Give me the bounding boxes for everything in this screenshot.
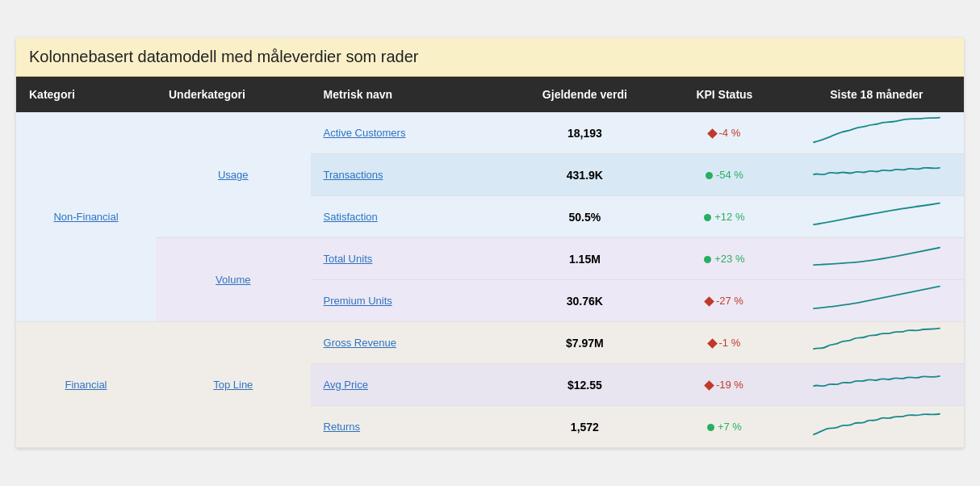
sparkline-chart bbox=[812, 283, 941, 316]
col-header-underkategori: Underkategori bbox=[156, 77, 311, 112]
kpi-cell: +23 % bbox=[660, 238, 789, 280]
kpi-value: -19 % bbox=[716, 379, 743, 391]
sparkline-chart bbox=[812, 157, 941, 190]
sparkline-cell bbox=[789, 112, 964, 154]
data-table: Kategori Underkategori Metrisk navn Gjel… bbox=[16, 77, 964, 448]
metric-link[interactable]: Gross Revenue bbox=[324, 337, 396, 349]
kpi-value: -54 % bbox=[716, 169, 743, 181]
page-title: Kolonnebasert datamodell med måleverdier… bbox=[16, 38, 964, 77]
kpi-cell: -27 % bbox=[660, 280, 789, 322]
sparkline-cell bbox=[789, 238, 964, 280]
sparkline-cell bbox=[789, 154, 964, 196]
sparkline-chart bbox=[812, 115, 941, 148]
metric-link[interactable]: Satisfaction bbox=[324, 211, 378, 223]
metric-cell: Active Customers bbox=[311, 112, 510, 154]
kpi-value: -27 % bbox=[716, 295, 743, 307]
metric-cell: Satisfaction bbox=[311, 196, 510, 238]
subcategory-cell: Top Line bbox=[156, 322, 311, 448]
metric-cell: Avg Price bbox=[311, 364, 510, 406]
kpi-indicator: -4 % bbox=[709, 127, 741, 139]
kpi-value: +7 % bbox=[718, 421, 742, 433]
metric-cell: Returns bbox=[311, 406, 510, 448]
sparkline-chart bbox=[812, 409, 941, 442]
col-header-verdi: Gjeldende verdi bbox=[510, 77, 660, 112]
value-cell: 30.76K bbox=[510, 280, 660, 322]
category-cell: Financial bbox=[16, 322, 156, 448]
kpi-indicator: +23 % bbox=[704, 253, 744, 265]
value-cell: 431.9K bbox=[510, 154, 660, 196]
metric-link[interactable]: Total Units bbox=[324, 253, 373, 265]
metric-link[interactable]: Premium Units bbox=[324, 295, 392, 307]
table-row: Non-FinancialUsageActive Customers18,193… bbox=[16, 112, 964, 154]
kpi-cell: +12 % bbox=[660, 196, 789, 238]
col-header-kategori: Kategori bbox=[16, 77, 156, 112]
kpi-cell: +7 % bbox=[660, 406, 789, 448]
metric-cell: Premium Units bbox=[311, 280, 510, 322]
sparkline-cell bbox=[789, 196, 964, 238]
sparkline-cell bbox=[789, 322, 964, 364]
col-header-kpi: KPI Status bbox=[660, 77, 789, 112]
metric-link[interactable]: Avg Price bbox=[324, 379, 368, 391]
sparkline-chart bbox=[812, 241, 941, 274]
subcategory-cell: Usage bbox=[156, 112, 311, 238]
metric-link[interactable]: Transactions bbox=[324, 169, 383, 181]
value-cell: $7.97M bbox=[510, 322, 660, 364]
subcategory-link[interactable]: Volume bbox=[216, 274, 250, 286]
sparkline-cell bbox=[789, 280, 964, 322]
kpi-cell: -54 % bbox=[660, 154, 789, 196]
sparkline-cell bbox=[789, 364, 964, 406]
kpi-indicator: +12 % bbox=[704, 211, 744, 223]
subcategory-cell: Volume bbox=[156, 238, 311, 322]
main-container: Kolonnebasert datamodell med måleverdier… bbox=[16, 38, 964, 448]
value-cell: 1,572 bbox=[510, 406, 660, 448]
kpi-value: +12 % bbox=[714, 211, 744, 223]
subcategory-link[interactable]: Usage bbox=[218, 169, 249, 181]
metric-link[interactable]: Returns bbox=[324, 421, 361, 433]
sparkline-chart bbox=[812, 367, 941, 400]
kpi-value: -4 % bbox=[719, 127, 741, 139]
kpi-indicator: -27 % bbox=[706, 295, 743, 307]
category-cell: Non-Financial bbox=[16, 112, 156, 322]
metric-cell: Transactions bbox=[311, 154, 510, 196]
kpi-cell: -4 % bbox=[660, 112, 789, 154]
kpi-indicator: -1 % bbox=[709, 337, 741, 349]
sparkline-cell bbox=[789, 406, 964, 448]
metric-link[interactable]: Active Customers bbox=[324, 127, 406, 139]
metric-cell: Total Units bbox=[311, 238, 510, 280]
sparkline-chart bbox=[812, 325, 941, 358]
kpi-indicator: -19 % bbox=[706, 379, 743, 391]
subcategory-link[interactable]: Top Line bbox=[213, 379, 253, 391]
metric-cell: Gross Revenue bbox=[311, 322, 510, 364]
value-cell: $12.55 bbox=[510, 364, 660, 406]
kpi-value: +23 % bbox=[714, 253, 744, 265]
table-row: VolumeTotal Units1.15M+23 % bbox=[16, 238, 964, 280]
value-cell: 1.15M bbox=[510, 238, 660, 280]
kpi-cell: -19 % bbox=[660, 364, 789, 406]
kpi-indicator: -54 % bbox=[706, 169, 743, 181]
table-row: FinancialTop LineGross Revenue$7.97M-1 % bbox=[16, 322, 964, 364]
sparkline-chart bbox=[812, 199, 941, 232]
col-header-metrisk: Metrisk navn bbox=[311, 77, 510, 112]
col-header-siste: Siste 18 måneder bbox=[789, 77, 964, 112]
value-cell: 18,193 bbox=[510, 112, 660, 154]
kpi-indicator: +7 % bbox=[707, 421, 742, 433]
category-link[interactable]: Financial bbox=[65, 379, 107, 391]
category-link[interactable]: Non-Financial bbox=[53, 211, 118, 223]
kpi-value: -1 % bbox=[719, 337, 741, 349]
value-cell: 50.5% bbox=[510, 196, 660, 238]
kpi-cell: -1 % bbox=[660, 322, 789, 364]
